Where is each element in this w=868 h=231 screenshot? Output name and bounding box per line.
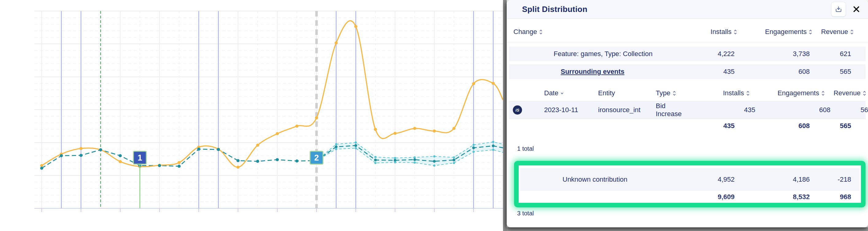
sort-icon	[539, 29, 542, 35]
engagements-value: 4,186	[735, 175, 810, 184]
column-header-revenue[interactable]: Revenue	[812, 28, 854, 36]
engagements-value: 3,738	[735, 50, 810, 58]
surrounding-events-link[interactable]: Surrounding events	[509, 68, 661, 76]
sort-icon	[822, 91, 825, 96]
event-row-bid-increase[interactable]: iS 2023-10-11 ironsource_int Bid Increas…	[509, 101, 866, 119]
events-table-header: Date Entity Type Installs Engagements Re…	[509, 85, 866, 101]
revenue-header-label: Revenue	[834, 89, 861, 97]
svg-text:2: 2	[314, 153, 319, 162]
engagements-total: 608	[735, 122, 810, 130]
svg-text:1: 1	[137, 153, 142, 162]
installs-total: 435	[661, 122, 735, 130]
split-distribution-panel: Split Distribution Change Installs	[507, 0, 868, 227]
revenue-total: 565	[810, 122, 851, 130]
column-header-change[interactable]: Change	[514, 28, 663, 36]
revenue-value: 621	[810, 50, 851, 58]
column-header-revenue[interactable]: Revenue	[825, 89, 866, 97]
date-header-label: Date	[544, 89, 558, 97]
row-label: Unknown contribution	[520, 175, 661, 184]
row-label: Feature: games, Type: Collection	[509, 50, 661, 58]
sort-icon	[734, 29, 737, 35]
sort-icon	[809, 29, 812, 35]
column-header-installs[interactable]: Installs	[663, 28, 737, 36]
download-button[interactable]	[831, 2, 846, 16]
installs-value: 435	[682, 106, 755, 114]
download-tray-icon	[835, 5, 842, 13]
annotation-zone: 9,609 8,532 968 Unknown contribution 4,9…	[509, 161, 866, 202]
revenue-value: 565	[810, 68, 851, 76]
table-row-feature-games: Feature: games, Type: Collection 4,222 3…	[509, 46, 866, 61]
event-entity: ironsource_int	[580, 106, 648, 114]
column-header-date[interactable]: Date	[525, 89, 580, 97]
sort-icon	[673, 91, 676, 96]
installs-value: 4,222	[661, 50, 735, 58]
revenue-value: -218	[810, 175, 851, 184]
revenue-value: 565	[830, 106, 868, 114]
green-highlight-box: Unknown contribution 4,952 4,186 -218	[514, 161, 866, 207]
installs-header-label: Installs	[723, 89, 744, 97]
table-row-surrounding-events: Surrounding events 435 608 565	[509, 64, 866, 79]
column-header-engagements[interactable]: Engagements	[737, 28, 812, 36]
event-type: Bid Increase	[648, 102, 682, 118]
column-header-entity[interactable]: Entity	[580, 89, 648, 97]
column-header-type[interactable]: Type	[648, 89, 676, 97]
engagements-header-label: Engagements	[765, 28, 807, 36]
event-badge-1[interactable]: 1	[133, 151, 146, 164]
event-date: 2023-10-11	[525, 106, 580, 114]
panel-gap-strip	[503, 0, 507, 231]
engagements-value: 608	[755, 106, 830, 114]
installs-header-label: Installs	[711, 28, 732, 36]
entity-header-label: Entity	[598, 89, 615, 97]
engagements-value: 608	[735, 68, 810, 76]
column-header-engagements[interactable]: Engagements	[750, 89, 825, 97]
main-table-header: Change Installs Engagements Revenue	[507, 19, 868, 42]
installs-value: 435	[661, 68, 735, 76]
page-bottom-strip	[507, 227, 868, 231]
close-button[interactable]	[851, 4, 862, 15]
installs-value: 4,952	[661, 175, 735, 184]
sort-icon	[850, 29, 854, 35]
table-row-unknown-contribution: Unknown contribution 4,952 4,186 -218	[520, 168, 860, 191]
event-badge-2[interactable]: 2	[310, 151, 323, 164]
panel-title: Split Distribution	[522, 5, 831, 14]
installs-chart-svg: 12	[0, 0, 503, 231]
revenue-header-label: Revenue	[821, 28, 848, 36]
type-header-label: Type	[656, 89, 671, 97]
close-icon	[852, 5, 860, 13]
chevron-down-icon	[560, 92, 564, 95]
footer-count-label: 3 total	[517, 210, 868, 217]
column-header-installs[interactable]: Installs	[676, 89, 750, 97]
sort-icon	[863, 91, 866, 96]
panel-header: Split Distribution	[507, 0, 868, 19]
source-cell: iS	[509, 105, 525, 114]
sort-icon	[746, 91, 750, 96]
installs-chart: 12	[0, 0, 503, 231]
engagements-header-label: Engagements	[777, 89, 819, 97]
change-header-label: Change	[514, 28, 537, 36]
ironsource-logo-icon: iS	[513, 105, 522, 114]
events-count-label: 1 total	[517, 145, 868, 152]
events-totals-row: 435 608 565	[509, 119, 866, 133]
